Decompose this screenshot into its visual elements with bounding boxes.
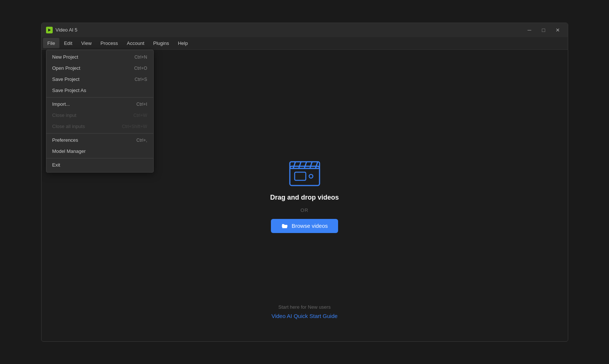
menu-close-input: Close input Ctrl+W <box>46 110 153 121</box>
separator-1 <box>46 97 153 98</box>
maximize-button[interactable]: □ <box>538 26 549 34</box>
svg-line-4 <box>293 162 295 168</box>
menu-file[interactable]: File <box>43 38 60 48</box>
menu-model-manager[interactable]: Model Manager <box>46 146 153 157</box>
app-logo <box>46 27 53 33</box>
bottom-section: Start here for New users Video AI Quick … <box>42 304 568 319</box>
clapperboard-icon <box>288 158 321 188</box>
svg-rect-9 <box>295 172 306 180</box>
menu-plugins[interactable]: Plugins <box>149 38 174 48</box>
menu-save-project-as[interactable]: Save Project As <box>46 85 153 96</box>
folder-open-icon <box>281 223 288 229</box>
svg-line-6 <box>304 162 307 168</box>
window-controls: ─ □ ✕ <box>524 26 563 34</box>
menu-view[interactable]: View <box>77 38 96 48</box>
new-users-text: Start here for New users <box>278 304 331 310</box>
menu-open-project[interactable]: Open Project Ctrl+O <box>46 63 153 74</box>
separator-3 <box>46 158 153 158</box>
drag-drop-title: Drag and drop videos <box>270 194 339 201</box>
separator-2 <box>46 133 153 134</box>
svg-line-5 <box>299 162 301 168</box>
or-divider: OR <box>301 207 309 213</box>
menu-edit[interactable]: Edit <box>59 38 76 48</box>
menu-preferences[interactable]: Preferences Ctrl+, <box>46 135 153 146</box>
close-button[interactable]: ✕ <box>552 26 563 34</box>
app-title: Video AI 5 <box>56 27 78 33</box>
file-dropdown: New Project Ctrl+N Open Project Ctrl+O S… <box>46 50 154 173</box>
drop-area: Drag and drop videos OR Browse videos <box>270 158 339 233</box>
titlebar: Video AI 5 ─ □ ✕ <box>42 23 568 37</box>
menu-save-project[interactable]: Save Project Ctrl+S <box>46 74 153 85</box>
browse-videos-button[interactable]: Browse videos <box>271 219 338 233</box>
menu-account[interactable]: Account <box>122 38 149 48</box>
minimize-button[interactable]: ─ <box>524 26 535 34</box>
svg-line-7 <box>310 162 312 168</box>
svg-line-8 <box>315 162 318 168</box>
menu-process[interactable]: Process <box>96 38 122 48</box>
menu-exit[interactable]: Exit <box>46 160 153 171</box>
svg-point-10 <box>309 174 313 178</box>
menu-help[interactable]: Help <box>173 38 192 48</box>
app-window: Video AI 5 ─ □ ✕ File Edit View Process … <box>41 23 568 342</box>
menu-close-all-inputs: Close all inputs Ctrl+Shift+W <box>46 121 153 132</box>
menubar: File Edit View Process Account Plugins H… <box>42 37 568 50</box>
menu-import[interactable]: Import... Ctrl+I <box>46 99 153 110</box>
quickstart-link[interactable]: Video AI Quick Start Guide <box>271 313 337 319</box>
menu-new-project[interactable]: New Project Ctrl+N <box>46 52 153 63</box>
